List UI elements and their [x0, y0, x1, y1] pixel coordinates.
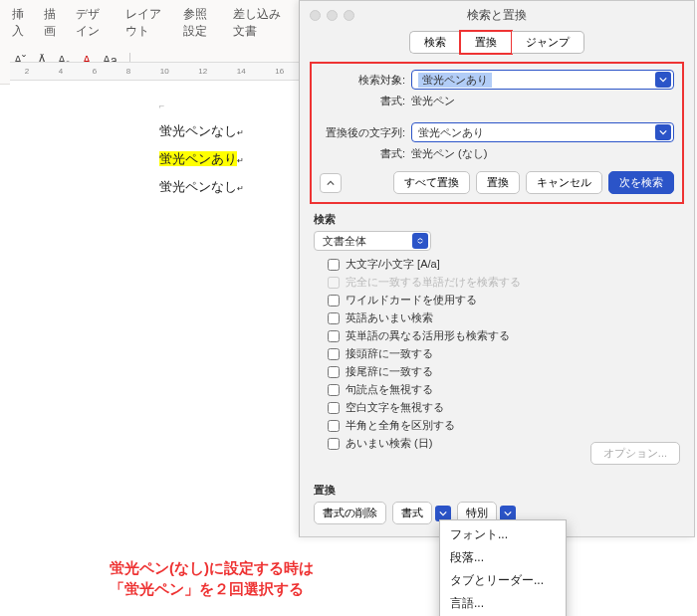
- find-format-value: 蛍光ペン: [411, 94, 455, 108]
- find-label: 検索対象:: [320, 73, 411, 88]
- find-input[interactable]: 蛍光ペンあり: [411, 70, 674, 90]
- opt-ignore-space[interactable]: 空白文字を無視する: [328, 400, 680, 415]
- tab-insert[interactable]: 挿入: [12, 4, 30, 42]
- scope-value: 文書全体: [323, 234, 366, 249]
- replace-input[interactable]: 蛍光ペンあり: [411, 122, 674, 142]
- opt-sounds-like-en[interactable]: 英語あいまい検索: [328, 310, 680, 325]
- no-formatting-button[interactable]: 書式の削除: [314, 502, 386, 524]
- tab-design[interactable]: デザイン: [76, 4, 112, 42]
- opt-halfwidth[interactable]: 半角と全角を区別する: [328, 418, 680, 433]
- options-button-wrap: オプション...: [590, 442, 680, 465]
- replace-label: 置換後の文字列:: [320, 125, 411, 140]
- opt-match-case[interactable]: 大文字/小文字 [A/a]: [328, 257, 680, 272]
- format-dropdown-button[interactable]: 書式: [392, 502, 432, 524]
- replace-format-value: 蛍光ペン (なし): [411, 146, 487, 161]
- opt-wildcards[interactable]: ワイルドカードを使用する: [328, 293, 680, 308]
- tab-find[interactable]: 検索: [409, 31, 460, 54]
- chevron-updown-icon[interactable]: [412, 233, 428, 249]
- collapse-button[interactable]: [320, 173, 342, 193]
- replace-value: 蛍光ペンあり: [418, 125, 484, 140]
- tab-draw[interactable]: 描画: [44, 4, 62, 42]
- text-line-highlighted[interactable]: 蛍光ペンあり↵: [159, 146, 319, 174]
- menu-item-font[interactable]: フォント...: [440, 523, 566, 546]
- chevron-down-icon[interactable]: [655, 72, 671, 88]
- annotation: 蛍光ペン(なし)に設定する時は 「蛍光ペン」を２回選択する: [110, 557, 314, 599]
- ribbon-tabs: 挿入 描画 デザイン レイアウト 参照設定 差し込み文書: [0, 0, 299, 46]
- text-line[interactable]: 蛍光ペンなし↵: [159, 118, 319, 146]
- tab-replace[interactable]: 置換: [460, 31, 512, 54]
- tab-references[interactable]: 参照設定: [183, 4, 219, 42]
- traffic-lights[interactable]: [300, 10, 354, 21]
- chevron-down-icon[interactable]: [655, 124, 671, 140]
- replace-button[interactable]: 置換: [476, 171, 520, 194]
- tab-jump[interactable]: ジャンプ: [512, 31, 584, 54]
- format-menu: フォント... 段落... タブとリーダー... 言語... レイアウト枠...…: [439, 519, 567, 616]
- opt-whole-word: 完全に一致する単語だけを検索する: [328, 275, 680, 290]
- tab-mailmerge[interactable]: 差し込み文書: [233, 4, 287, 42]
- replace-all-button[interactable]: すべて置換: [393, 171, 470, 194]
- format-label: 書式:: [320, 94, 411, 108]
- options-button[interactable]: オプション...: [590, 442, 680, 465]
- replace-section: 置換 書式の削除 書式 特別: [314, 483, 680, 524]
- menu-item-paragraph[interactable]: 段落...: [440, 546, 566, 569]
- annotation-line1: 蛍光ペン(なし)に設定する時は: [110, 557, 314, 578]
- menu-item-tabs[interactable]: タブとリーダー...: [440, 569, 566, 592]
- dialog-title: 検索と置換: [467, 7, 527, 24]
- find-value: 蛍光ペンあり: [418, 73, 492, 88]
- replace-section-title: 置換: [314, 483, 680, 498]
- find-replace-fields: 検索対象: 蛍光ペンあり 書式: 蛍光ペン 置換後の文字列: 蛍光ペンあり 書式…: [310, 62, 684, 204]
- annotation-line2: 「蛍光ペン」を２回選択する: [110, 578, 314, 599]
- opt-ignore-punct[interactable]: 句読点を無視する: [328, 382, 680, 397]
- page-content[interactable]: ⌐ 蛍光ペンなし↵ 蛍光ペンあり↵ 蛍光ペンなし↵: [159, 93, 319, 202]
- search-section-title: 検索: [314, 212, 680, 227]
- titlebar: 検索と置換: [300, 1, 694, 29]
- find-next-button[interactable]: 次を検索: [608, 171, 674, 194]
- search-options: 大文字/小文字 [A/a] 完全に一致する単語だけを検索する ワイルドカードを使…: [328, 257, 680, 451]
- menu-item-language[interactable]: 言語...: [440, 592, 566, 615]
- text-line[interactable]: 蛍光ペンなし↵: [159, 174, 319, 202]
- page-corner: ⌐: [159, 93, 319, 118]
- document-area: 246810121416 ⌐ 蛍光ペンなし↵ 蛍光ペンあり↵ 蛍光ペンなし↵: [10, 62, 299, 202]
- find-replace-dialog: 検索と置換 検索 置換 ジャンプ 検索対象: 蛍光ペンあり 書式: 蛍光ペン 置…: [299, 0, 695, 537]
- search-section: 検索 文書全体 大文字/小文字 [A/a] 完全に一致する単語だけを検索する ワ…: [314, 212, 680, 451]
- mode-tabs: 検索 置換 ジャンプ: [300, 31, 694, 54]
- opt-prefix[interactable]: 接頭辞に一致する: [328, 346, 680, 361]
- format-label: 書式:: [320, 146, 411, 161]
- tab-layout[interactable]: レイアウト: [125, 4, 170, 42]
- opt-suffix[interactable]: 接尾辞に一致する: [328, 364, 680, 379]
- opt-word-forms[interactable]: 英単語の異なる活用形も検索する: [328, 328, 680, 343]
- ruler[interactable]: 246810121416: [10, 63, 299, 81]
- cancel-button[interactable]: キャンセル: [526, 171, 602, 194]
- search-scope-select[interactable]: 文書全体: [314, 231, 431, 251]
